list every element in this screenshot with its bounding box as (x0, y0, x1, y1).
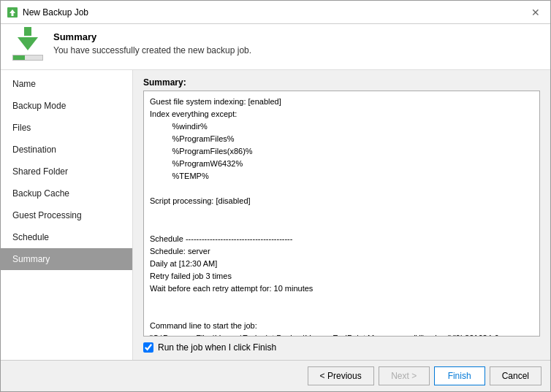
sidebar-item-destination[interactable]: Destination (1, 139, 132, 161)
next-button[interactable]: Next > (379, 366, 430, 385)
run-on-finish-label: Run the job when I click Finish (158, 342, 276, 353)
header-text: Summary You have successfully created th… (53, 31, 251, 55)
progress-fill (13, 55, 25, 60)
header-progress-bar (12, 55, 43, 61)
sidebar-item-backup-cache[interactable]: Backup Cache (1, 182, 132, 204)
cancel-button[interactable]: Cancel (490, 366, 542, 385)
arrow-down-icon (18, 37, 38, 50)
main-window: New Backup Job ✕ Summary You have succes… (0, 0, 551, 392)
arrow-stem (24, 27, 31, 36)
footer: < Previous Next > Finish Cancel (1, 360, 550, 391)
sidebar: NameBackup ModeFilesDestinationShared Fo… (1, 70, 133, 360)
header-title: Summary (53, 31, 251, 42)
sidebar-item-backup-mode[interactable]: Backup Mode (1, 95, 132, 117)
sidebar-item-schedule[interactable]: Schedule (1, 226, 132, 248)
summary-box[interactable]: Guest file system indexing: [enabled] In… (143, 91, 540, 337)
content-area: NameBackup ModeFilesDestinationShared Fo… (1, 70, 550, 360)
header-icon-container (12, 31, 43, 62)
previous-button[interactable]: < Previous (308, 366, 374, 385)
sidebar-item-name[interactable]: Name (1, 73, 132, 95)
window-title: New Backup Job (23, 7, 88, 18)
finish-button[interactable]: Finish (434, 366, 485, 385)
summary-label: Summary: (143, 77, 540, 88)
sidebar-item-files[interactable]: Files (1, 117, 132, 139)
close-button[interactable]: ✕ (527, 5, 544, 20)
header-section: Summary You have successfully created th… (1, 24, 550, 70)
title-bar-left: New Backup Job (7, 7, 88, 18)
main-panel: Summary: Guest file system indexing: [en… (133, 70, 550, 360)
sidebar-item-guest-processing[interactable]: Guest Processing (1, 204, 132, 226)
checkbox-row: Run the job when I click Finish (143, 342, 540, 356)
run-on-finish-checkbox[interactable] (143, 342, 153, 353)
header-subtitle: You have successfully created the new ba… (53, 45, 251, 55)
sidebar-item-shared-folder[interactable]: Shared Folder (1, 161, 132, 182)
title-bar: New Backup Job ✕ (1, 1, 550, 24)
window-icon (7, 7, 18, 18)
summary-text: Guest file system indexing: [enabled] In… (150, 96, 533, 337)
sidebar-item-summary[interactable]: Summary (1, 248, 132, 270)
